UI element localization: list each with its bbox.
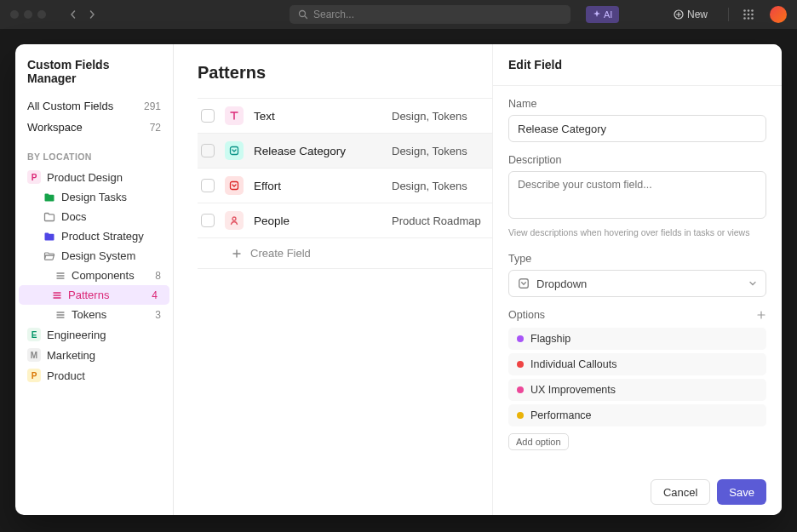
nav-back[interactable] [65, 6, 82, 23]
row-checkbox[interactable] [201, 179, 215, 192]
description-help: View descriptions when hovering over fie… [508, 227, 766, 237]
sidebar-all-fields[interactable]: All Custom Fields 291 [15, 95, 173, 117]
tree-patterns[interactable]: Patterns 4 [19, 285, 169, 305]
dropdown-field-icon [225, 176, 244, 195]
color-dot [517, 335, 524, 342]
space-badge: E [27, 328, 41, 341]
svg-point-8 [743, 17, 746, 20]
search-input[interactable]: Search... [290, 5, 571, 24]
sidebar-workspace[interactable]: Workspace 72 [15, 117, 173, 138]
svg-rect-14 [519, 279, 529, 289]
list-icon [52, 290, 62, 300]
svg-point-13 [232, 217, 236, 220]
option-row[interactable]: Flagship [508, 328, 766, 350]
plus-circle-icon [674, 9, 684, 20]
topbar: Search... AI New [0, 0, 797, 29]
sidebar: Custom Fields Manager All Custom Fields … [15, 44, 174, 515]
dropdown-field-icon [225, 141, 244, 160]
maximize-window[interactable] [37, 10, 46, 19]
people-field-icon [225, 211, 244, 230]
sparkle-icon [593, 10, 601, 19]
save-button[interactable]: Save [717, 479, 766, 505]
name-input[interactable] [508, 115, 766, 142]
type-label: Type [508, 253, 766, 265]
tree-design-tasks[interactable]: Design Tasks [15, 187, 173, 207]
tree-design-system[interactable]: Design System [15, 246, 173, 266]
color-dot [517, 361, 524, 368]
color-dot [517, 386, 524, 393]
folder-icon [43, 231, 55, 243]
ai-button[interactable]: AI [586, 6, 619, 23]
tree-components[interactable]: Components 8 [15, 266, 173, 285]
svg-point-9 [748, 17, 750, 20]
minimize-window[interactable] [24, 10, 32, 19]
text-field-icon [225, 106, 244, 125]
edit-field-panel: Edit Field Name Description View descrip… [492, 44, 782, 515]
svg-point-10 [751, 17, 754, 20]
tree-docs[interactable]: Docs [15, 207, 173, 226]
svg-point-3 [748, 9, 750, 12]
new-button[interactable]: New [667, 6, 714, 23]
name-label: Name [508, 98, 766, 110]
option-row[interactable]: Individual Callouts [508, 353, 766, 375]
option-row[interactable]: Performance [508, 404, 766, 426]
type-select[interactable]: Dropdown [508, 270, 766, 297]
folder-open-icon [43, 250, 55, 262]
nav-forward[interactable] [83, 6, 100, 23]
tree-tokens[interactable]: Tokens 3 [15, 305, 173, 324]
svg-point-4 [751, 9, 754, 12]
sidebar-title: Custom Fields Manager [15, 58, 173, 95]
description-input[interactable] [508, 171, 766, 219]
tree-product[interactable]: P Product [15, 365, 173, 386]
window-controls [10, 10, 46, 19]
svg-point-6 [748, 14, 750, 16]
row-checkbox[interactable] [201, 109, 215, 123]
avatar[interactable] [770, 6, 787, 23]
row-checkbox[interactable] [201, 144, 215, 157]
search-icon [298, 9, 308, 20]
search-placeholder: Search... [313, 9, 354, 20]
cancel-button[interactable]: Cancel [651, 479, 710, 505]
add-option-plus[interactable] [756, 310, 766, 320]
sidebar-section-label: BY LOCATION [15, 138, 173, 167]
svg-point-0 [300, 11, 306, 17]
dropdown-icon [518, 277, 530, 289]
tree-engineering[interactable]: E Engineering [15, 324, 173, 345]
svg-rect-11 [231, 147, 238, 155]
options-label: Options [508, 309, 545, 321]
space-badge: P [27, 170, 41, 184]
description-label: Description [508, 154, 766, 166]
color-dot [517, 412, 524, 419]
svg-rect-12 [231, 182, 238, 190]
space-badge: M [27, 348, 41, 362]
plus-icon [232, 249, 242, 259]
folder-icon [43, 192, 55, 203]
tree-product-design[interactable]: P Product Design [15, 167, 173, 187]
add-option-button[interactable]: Add option [508, 433, 569, 450]
row-checkbox[interactable] [201, 214, 215, 227]
main-content: Patterns Text Design, Tokens Release Cat… [174, 44, 782, 515]
chevron-down-icon [748, 279, 757, 288]
svg-point-7 [751, 14, 754, 16]
svg-point-5 [743, 14, 746, 16]
space-badge: P [27, 369, 41, 382]
tree-product-strategy[interactable]: Product Strategy [15, 226, 173, 246]
main-window: Custom Fields Manager All Custom Fields … [15, 44, 782, 515]
option-row[interactable]: UX Improvements [508, 379, 766, 401]
list-icon [55, 271, 66, 281]
tree-marketing[interactable]: M Marketing [15, 345, 173, 365]
list-icon [55, 310, 66, 320]
close-window[interactable] [10, 10, 19, 19]
svg-point-2 [743, 9, 746, 12]
panel-title: Edit Field [493, 44, 782, 86]
apps-icon[interactable] [743, 9, 754, 20]
folder-icon [43, 211, 55, 223]
